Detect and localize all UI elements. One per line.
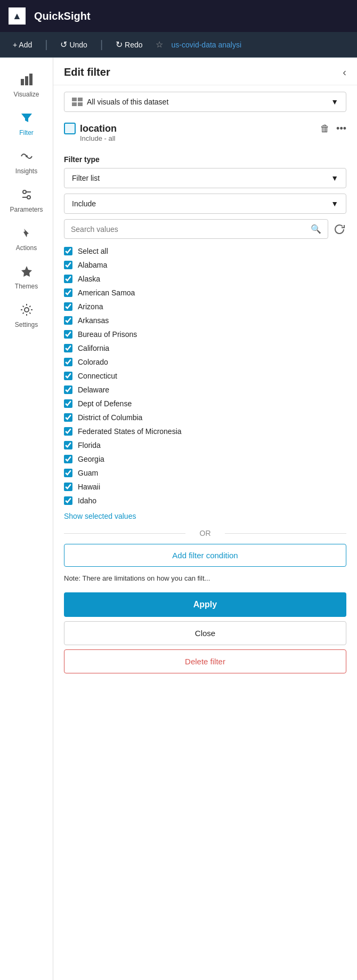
sidebar-item-filter[interactable]: Filter — [0, 105, 53, 143]
sidebar-item-settings[interactable]: Settings — [0, 296, 53, 335]
themes-icon — [20, 264, 34, 280]
checkbox-colorado[interactable] — [64, 358, 72, 366]
checkbox-select_all[interactable] — [64, 247, 72, 255]
checkbox-american_samoa[interactable] — [64, 288, 72, 297]
list-item[interactable]: Dept of Defense — [64, 397, 346, 411]
star-icon[interactable]: ☆ — [156, 39, 163, 50]
list-item[interactable]: Arkansas — [64, 314, 346, 327]
filter-type-dropdown[interactable]: Filter list ▼ — [64, 168, 346, 188]
visualize-icon — [20, 73, 34, 89]
actions-icon — [20, 226, 34, 242]
insights-label: Insights — [15, 167, 37, 175]
svg-rect-1 — [25, 76, 28, 85]
analysis-title[interactable]: us-covid-data analysi — [172, 41, 242, 49]
add-button[interactable]: + Add — [9, 38, 36, 51]
checkbox-california[interactable] — [64, 344, 72, 352]
list-item[interactable]: Florida — [64, 438, 346, 452]
filter-actions: 🗑 ••• — [320, 123, 346, 134]
svg-point-7 — [27, 196, 30, 199]
sidebar-item-insights[interactable]: Insights — [0, 143, 53, 181]
checkbox-connecticut[interactable] — [64, 372, 72, 380]
insights-icon — [20, 149, 34, 165]
svg-rect-10 — [72, 98, 77, 101]
svg-point-9 — [25, 308, 29, 312]
list-item[interactable]: Bureau of Prisons — [64, 327, 346, 341]
list-item[interactable]: Select all — [64, 244, 346, 258]
divider-1: | — [45, 38, 47, 51]
redo-icon: ↻ — [116, 39, 123, 50]
filter-field-name: location — [80, 123, 117, 134]
panel-close-button[interactable]: ‹ — [343, 66, 346, 78]
svg-rect-0 — [21, 79, 24, 85]
sidebar-item-visualize[interactable]: Visualize — [0, 66, 53, 105]
checkbox-label-delaware: Delaware — [78, 385, 109, 394]
list-item[interactable]: Guam — [64, 466, 346, 480]
sidebar-item-parameters[interactable]: Parameters — [0, 181, 53, 220]
actions-label: Actions — [16, 244, 37, 252]
panel-header: Edit filter ‹ — [53, 58, 357, 85]
logo-box: ▲ — [9, 7, 26, 25]
checkbox-bureau_of_prisons[interactable] — [64, 330, 72, 339]
search-input[interactable] — [71, 225, 307, 234]
checkbox-label-florida: Florida — [78, 441, 101, 449]
undo-button[interactable]: ↺ Undo — [56, 37, 91, 52]
refresh-button[interactable] — [332, 222, 346, 236]
svg-point-5 — [23, 190, 26, 194]
checkbox-alabama[interactable] — [64, 261, 72, 269]
checkbox-federated_states_of_micronesia[interactable] — [64, 427, 72, 436]
list-item[interactable]: California — [64, 341, 346, 355]
dataset-dropdown[interactable]: All visuals of this dataset ▼ — [64, 92, 346, 112]
checkbox-label-arizona: Arizona — [78, 302, 103, 311]
search-row: 🔍 — [64, 219, 346, 239]
filter-delete-button[interactable]: 🗑 — [320, 123, 330, 134]
svg-rect-12 — [72, 102, 77, 106]
filter-panel: Edit filter ‹ All visuals of this datase… — [53, 58, 357, 980]
svg-point-3 — [26, 155, 28, 157]
parameters-label: Parameters — [10, 206, 43, 213]
checkbox-label-connecticut: Connecticut — [78, 372, 117, 380]
checkbox-florida[interactable] — [64, 441, 72, 449]
sidebar-item-themes[interactable]: Themes — [0, 258, 53, 296]
list-item[interactable]: District of Columbia — [64, 411, 346, 424]
list-item[interactable]: Federated States of Micronesia — [64, 424, 346, 438]
list-item[interactable]: Idaho — [64, 494, 346, 508]
checkbox-list: Select allAlabamaAlaskaAmerican SamoaAri… — [64, 244, 346, 508]
checkbox-guam[interactable] — [64, 469, 72, 477]
or-divider: OR — [53, 529, 357, 537]
checkbox-label-select_all: Select all — [78, 247, 108, 255]
checkbox-alaska[interactable] — [64, 275, 72, 283]
checkbox-hawaii[interactable] — [64, 483, 72, 491]
checkbox-district_of_columbia[interactable] — [64, 413, 72, 422]
checkbox-arizona[interactable] — [64, 302, 72, 311]
checkbox-idaho[interactable] — [64, 496, 72, 505]
sidebar-item-actions[interactable]: Actions — [0, 220, 53, 258]
svg-rect-2 — [29, 74, 33, 85]
checkbox-delaware[interactable] — [64, 385, 72, 394]
close-button[interactable]: Close — [64, 621, 346, 645]
list-item[interactable]: Colorado — [64, 355, 346, 369]
include-dropdown[interactable]: Include ▼ — [64, 194, 346, 214]
filter-type-chevron: ▼ — [331, 174, 338, 182]
list-item[interactable]: Hawaii — [64, 480, 346, 494]
list-item[interactable]: Georgia — [64, 452, 346, 466]
redo-button[interactable]: ↻ Redo — [111, 37, 147, 52]
checkbox-label-georgia: Georgia — [78, 455, 104, 463]
list-item[interactable]: Delaware — [64, 383, 346, 397]
add-filter-condition-button[interactable]: Add filter condition — [64, 544, 346, 567]
list-item[interactable]: Connecticut — [64, 369, 346, 383]
list-item[interactable]: Alabama — [64, 258, 346, 272]
apply-button[interactable]: Apply — [64, 592, 346, 617]
checkbox-dept_of_defense[interactable] — [64, 399, 72, 408]
undo-label: Undo — [69, 41, 87, 49]
filter-type-value: Filter list — [72, 174, 100, 182]
list-item[interactable]: American Samoa — [64, 286, 346, 300]
checkbox-georgia[interactable] — [64, 455, 72, 463]
delete-filter-button[interactable]: Delete filter — [64, 649, 346, 673]
list-item[interactable]: Alaska — [64, 272, 346, 286]
top-bar: ▲ QuickSight — [0, 0, 357, 32]
filter-more-button[interactable]: ••• — [336, 123, 346, 134]
checkbox-arkansas[interactable] — [64, 316, 72, 325]
checkbox-label-bureau_of_prisons: Bureau of Prisons — [78, 330, 137, 339]
list-item[interactable]: Arizona — [64, 300, 346, 314]
show-selected-values-button[interactable]: Show selected values — [64, 512, 136, 520]
